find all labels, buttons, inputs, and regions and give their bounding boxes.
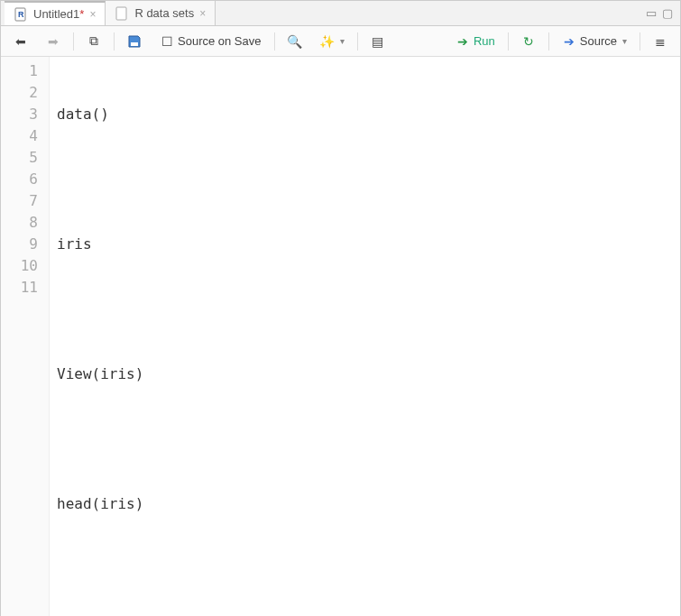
minimize-pane-icon[interactable]: ▭: [646, 6, 657, 20]
chevron-down-icon: ▾: [622, 36, 627, 46]
editor-toolbar: ⬅ ➡ ⧉ ☐ Source on Save 🔍 ✨▾ ▤ ➔ Run ↻ ➔ …: [1, 26, 680, 57]
doc-icon: [115, 6, 129, 21]
code-line[interactable]: [57, 299, 673, 320]
find-button[interactable]: 🔍: [282, 32, 308, 51]
run-arrow-icon: ➔: [456, 34, 470, 49]
run-button[interactable]: ➔ Run: [450, 32, 501, 51]
back-button[interactable]: ⬅: [8, 32, 33, 51]
code-line[interactable]: View(iris): [57, 363, 673, 385]
source-on-save-toggle[interactable]: ☐ Source on Save: [154, 32, 267, 51]
code-area[interactable]: data() iris View(iris) head(iris) iris[2…: [50, 57, 680, 616]
tab-label: Untitled1: [33, 7, 79, 21]
tab-untitled1[interactable]: R Untitled1* ×: [5, 1, 106, 25]
dirty-indicator: *: [79, 7, 84, 21]
svg-rect-3: [131, 42, 138, 46]
search-icon: 🔍: [288, 34, 302, 49]
wand-icon: ✨: [320, 34, 335, 49]
compile-report-button[interactable]: ▤: [365, 32, 391, 51]
source-label: Source: [580, 34, 617, 48]
show-in-new-window-button[interactable]: ⧉: [81, 32, 106, 51]
save-button[interactable]: [122, 32, 147, 51]
arrow-right-icon: ➡: [46, 34, 60, 49]
save-icon: [127, 34, 142, 49]
forward-button[interactable]: ➡: [41, 32, 66, 51]
r-doc-icon: R: [14, 7, 28, 22]
chevron-down-icon: ▾: [340, 36, 345, 46]
code-line[interactable]: [57, 558, 673, 580]
svg-text:R: R: [18, 10, 24, 19]
outline-button[interactable]: ≣: [648, 32, 673, 51]
outline-icon: ≣: [653, 34, 667, 49]
rerun-button[interactable]: ↻: [516, 32, 541, 51]
tab-r-datasets[interactable]: R data sets ×: [106, 1, 216, 25]
code-line[interactable]: [57, 428, 673, 450]
source-button[interactable]: ➔ Source ▾: [557, 32, 632, 51]
notebook-icon: ▤: [371, 34, 385, 49]
line-gutter: 1234567891011: [1, 57, 50, 616]
maximize-pane-icon[interactable]: ▢: [662, 6, 673, 20]
arrow-left-icon: ⬅: [14, 34, 28, 49]
tab-label: R data sets: [134, 6, 194, 20]
svg-rect-2: [116, 7, 126, 20]
rerun-icon: ↻: [521, 34, 536, 49]
code-tools-button[interactable]: ✨▾: [315, 32, 350, 51]
code-line[interactable]: data(): [57, 104, 673, 125]
editor-pane: R Untitled1* × R data sets × ▭ ▢ ⬅ ➡ ⧉ ☐: [0, 0, 681, 616]
code-editor[interactable]: 1234567891011 data() iris View(iris) hea…: [1, 57, 680, 616]
source-arrow-icon: ➔: [562, 34, 576, 49]
code-line[interactable]: head(iris): [57, 493, 673, 515]
close-icon[interactable]: ×: [199, 7, 206, 20]
popout-icon: ⧉: [87, 34, 101, 49]
code-line[interactable]: iris: [57, 234, 673, 255]
code-line[interactable]: [57, 169, 673, 190]
source-on-save-label: Source on Save: [178, 34, 262, 48]
window-controls: ▭ ▢: [646, 6, 680, 20]
editor-tab-bar: R Untitled1* × R data sets × ▭ ▢: [1, 1, 680, 26]
run-label: Run: [474, 34, 495, 48]
close-icon[interactable]: ×: [89, 8, 96, 21]
checkbox-icon: ☐: [160, 34, 174, 49]
